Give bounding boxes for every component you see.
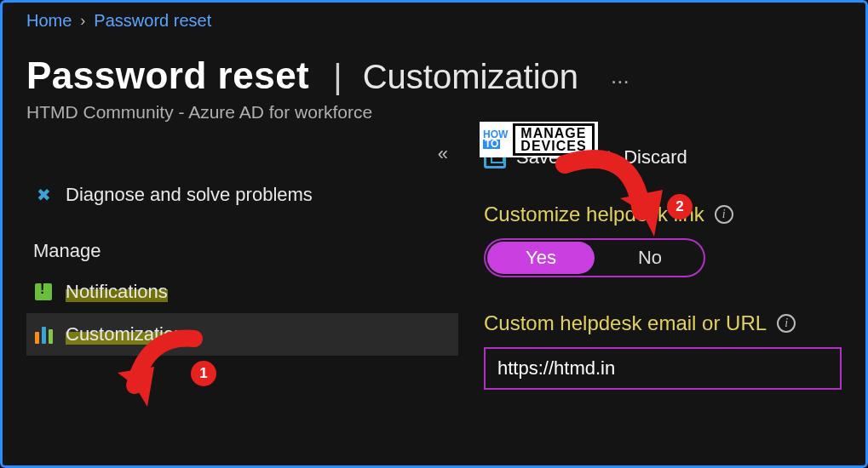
chevron-right-icon: ›: [80, 12, 85, 30]
annotation-badge-1: 1: [191, 361, 216, 386]
info-icon[interactable]: i: [715, 205, 733, 224]
breadcrumb-password-reset[interactable]: Password reset: [94, 11, 211, 31]
helpdesk-url-input[interactable]: [484, 347, 842, 390]
nav-customization-label: Customization: [66, 323, 184, 345]
discard-button[interactable]: Discard: [593, 146, 687, 168]
nav-notifications[interactable]: Notifications: [26, 271, 458, 313]
breadcrumb: Home › Password reset: [26, 11, 842, 31]
discard-label: Discard: [624, 146, 687, 168]
info-icon[interactable]: i: [777, 314, 796, 333]
customization-icon: [33, 325, 54, 344]
nav-diagnose-label: Diagnose and solve problems: [66, 184, 313, 206]
annotation-badge-2: 2: [667, 194, 693, 220]
notifications-icon: [33, 282, 54, 302]
breadcrumb-home[interactable]: Home: [26, 11, 72, 31]
nav-customization[interactable]: Customization: [26, 313, 458, 356]
helpdesk-link-label: Customize helpdesk link i: [484, 203, 842, 226]
watermark-logo: HOW TO MANAGE DEVICES: [480, 122, 598, 157]
page-title: Password reset | Customization ···: [26, 54, 842, 97]
helpdesk-link-toggle[interactable]: Yes No: [484, 238, 705, 277]
nav-section-manage: Manage: [33, 240, 458, 262]
more-actions-icon[interactable]: ···: [611, 68, 629, 94]
diagnose-icon: [33, 185, 54, 205]
nav-diagnose[interactable]: Diagnose and solve problems: [26, 174, 458, 216]
toggle-no[interactable]: No: [596, 240, 704, 276]
collapse-nav-icon[interactable]: «: [438, 143, 443, 165]
title-section: Customization: [363, 58, 578, 96]
helpdesk-url-label: Custom helpdesk email or URL i: [484, 311, 842, 335]
title-main: Password reset: [26, 54, 309, 97]
toggle-yes[interactable]: Yes: [487, 242, 595, 274]
tenant-subtitle: HTMD Community - Azure AD for workforce: [26, 102, 842, 123]
nav-notifications-label: Notifications: [66, 281, 168, 303]
